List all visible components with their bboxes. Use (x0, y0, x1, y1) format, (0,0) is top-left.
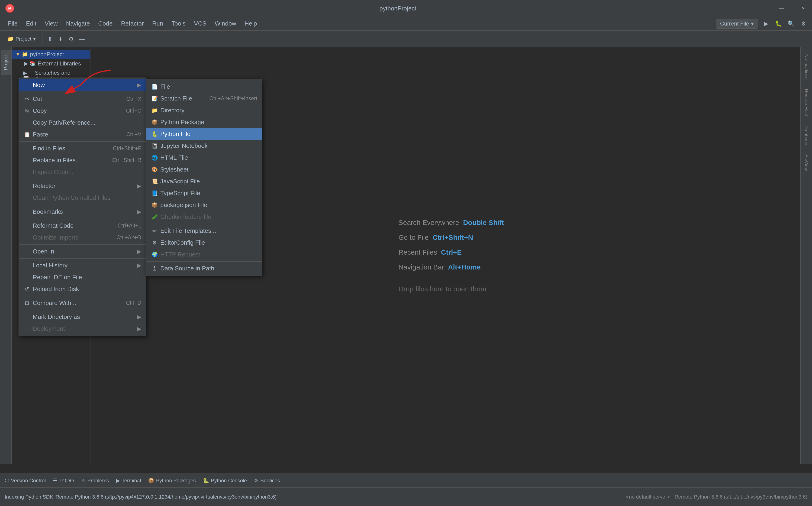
status-services[interactable]: ⚙ Services (254, 478, 280, 484)
ctx-open-in[interactable]: Open In ▶ (19, 246, 146, 257)
collapse-all-button[interactable]: ⬆ (45, 34, 55, 44)
ctx-optimize-label: Optimize Imports (33, 234, 78, 241)
settings-panel-button[interactable]: ⚙ (67, 34, 76, 44)
debug-button[interactable]: 🐛 (774, 19, 783, 28)
project-panel-icon: 📁 (7, 36, 14, 42)
sub-python-file[interactable]: 🐍 Python File (146, 128, 262, 140)
title-bar: P pythonProject — □ × (0, 0, 812, 17)
ctx-replace-files[interactable]: Replace in Files... Ctrl+Shift+R (19, 154, 146, 166)
sub-python-package-label: Python Package (160, 118, 204, 126)
menu-file[interactable]: File (4, 18, 22, 29)
menu-view[interactable]: View (40, 18, 62, 29)
menu-run[interactable]: Run (148, 18, 168, 29)
tree-item-pythonproject[interactable]: ▼ 📁 pythonProject (12, 50, 90, 59)
sub-typescript-file[interactable]: 📘 TypeScript File (146, 187, 262, 199)
open-in-icon (23, 248, 30, 255)
status-bar: ⎔ Version Control ☰ TODO ⚠ Problems ▶ Te… (0, 474, 812, 488)
ctx-copy-path-label: Copy Path/Reference... (33, 119, 95, 126)
ctx-local-history[interactable]: Local History ▶ (19, 259, 146, 271)
ctx-copy-path[interactable]: Copy Path/Reference... (19, 117, 146, 129)
services-label: Services (260, 478, 280, 484)
hint-key-recent-files: Ctrl+E (441, 248, 462, 256)
status-version-control[interactable]: ⎔ Version Control (5, 478, 46, 484)
clean-icon (23, 194, 30, 201)
todo-label: TODO (59, 478, 74, 484)
ctx-separator-2 (19, 141, 146, 142)
ctx-reformat[interactable]: Reformat Code Ctrl+Alt+L (19, 220, 146, 232)
expand-all-button[interactable]: ⬇ (56, 34, 65, 44)
scratch-file-icon: 📝 (151, 95, 158, 102)
ctx-refactor[interactable]: Refactor ▶ (19, 180, 146, 192)
menu-window[interactable]: Window (211, 18, 240, 29)
ctx-new[interactable]: New ▶ 📄 File 📝 Scratch File Ctrl+Alt+Shi… (19, 79, 146, 91)
ctx-paste[interactable]: 📋 Paste Ctrl+V (19, 129, 146, 141)
ctx-find-files[interactable]: Find in Files... Ctrl+Shift+F (19, 143, 146, 154)
svg-text:P: P (8, 6, 11, 11)
status-python-console[interactable]: 🐍 Python Console (203, 478, 247, 484)
default-server-status: <no default server> (626, 494, 670, 500)
scratch-shortcut: Ctrl+Alt+Shift+Insert (209, 95, 257, 102)
maximize-button[interactable]: □ (788, 4, 797, 12)
status-todo[interactable]: ☰ TODO (53, 478, 74, 484)
reformat-shortcut: Ctrl+Alt+L (118, 223, 141, 229)
sub-javascript-file[interactable]: 📜 JavaScript File (146, 175, 262, 187)
paste-icon: 📋 (23, 131, 30, 138)
ctx-separator-7 (19, 258, 146, 259)
ctx-reload-disk[interactable]: ↺ Reload from Disk (19, 283, 146, 295)
run-config-button[interactable]: Current File ▾ (716, 19, 758, 28)
status-python-packages[interactable]: 📦 Python Packages (148, 478, 196, 484)
sub-file[interactable]: 📄 File (146, 81, 262, 93)
sub-package-json[interactable]: 📦 package.json File (146, 199, 262, 211)
sidebar-tab-remote-host[interactable]: Remote Host (802, 84, 811, 121)
hint-search: Search Everywhere Double Shift (398, 219, 504, 227)
search-everywhere-button[interactable]: 🔍 (787, 19, 796, 28)
sub-stylesheet[interactable]: 🎨 Stylesheet (146, 164, 262, 175)
toolbar-separator-1 (42, 34, 42, 44)
ctx-copy[interactable]: ⎘ Copy Ctrl+C (19, 105, 146, 117)
menu-code[interactable]: Code (94, 18, 117, 29)
sub-gherkin-label: Gherkin feature file (160, 213, 211, 221)
project-dropdown-icon: ▾ (33, 36, 36, 42)
sub-jupyter-notebook[interactable]: 📓 Jupyter Notebook (146, 140, 262, 152)
minimize-button[interactable]: — (778, 4, 786, 12)
ctx-compare-with[interactable]: ⊞ Compare With... Ctrl+D (19, 297, 146, 309)
ctx-bookmarks[interactable]: Bookmarks ▶ (19, 206, 146, 218)
run-button[interactable]: ▶ (762, 19, 771, 28)
sub-python-package[interactable]: 📦 Python Package (146, 116, 262, 128)
reformat-icon (23, 222, 30, 229)
menu-help[interactable]: Help (240, 18, 261, 29)
project-name: pythonProject (18, 5, 778, 12)
sub-editorconfig[interactable]: ⚙ EditorConfig File (146, 237, 262, 249)
deployment-arrow-icon: ▶ (137, 326, 141, 332)
ctx-cut[interactable]: ✂ Cut Ctrl+X (19, 93, 146, 105)
menu-edit[interactable]: Edit (22, 18, 40, 29)
sub-scratch-file[interactable]: 📝 Scratch File Ctrl+Alt+Shift+Insert (146, 93, 262, 104)
ctx-mark-dir[interactable]: Mark Directory as ▶ (19, 311, 146, 323)
sub-data-source[interactable]: 🗄 Data Source in Path (146, 262, 262, 274)
status-problems[interactable]: ⚠ Problems (81, 478, 109, 484)
ctx-reformat-label: Reformat Code (33, 222, 74, 229)
sub-directory[interactable]: 📁 Directory (146, 104, 262, 116)
sidebar-tab-database[interactable]: Database (802, 121, 811, 150)
close-panel-button[interactable]: — (77, 34, 87, 44)
menu-vcs[interactable]: VCS (190, 18, 210, 29)
sub-edit-templates[interactable]: ✏ Edit File Templates... (146, 225, 262, 237)
python-console-icon: 🐍 (203, 478, 209, 484)
new-submenu: 📄 File 📝 Scratch File Ctrl+Alt+Shift+Ins… (146, 79, 262, 276)
tree-item-external-libraries[interactable]: ▶ 📚 External Libraries (12, 59, 90, 68)
sub-html-label: HTML File (160, 154, 188, 161)
menu-navigate[interactable]: Navigate (62, 18, 94, 29)
menu-tools[interactable]: Tools (167, 18, 190, 29)
settings-button[interactable]: ⚙ (799, 19, 808, 28)
sidebar-tab-sciview[interactable]: SciView (802, 150, 811, 175)
menu-refactor[interactable]: Refactor (117, 18, 148, 29)
status-terminal[interactable]: ▶ Terminal (116, 478, 141, 484)
sidebar-tab-notifications[interactable]: Notifications (802, 50, 811, 84)
close-button[interactable]: × (799, 4, 807, 12)
sub-python-file-label: Python File (160, 131, 191, 138)
ctx-repair-ide[interactable]: Repair IDE on File (19, 271, 146, 283)
sub-file-label: File (160, 83, 170, 90)
project-panel-label[interactable]: 📁 Project ▾ (4, 34, 39, 44)
sub-html-file[interactable]: 🌐 HTML File (146, 152, 262, 164)
sidebar-tab-project[interactable]: Project (1, 50, 11, 75)
